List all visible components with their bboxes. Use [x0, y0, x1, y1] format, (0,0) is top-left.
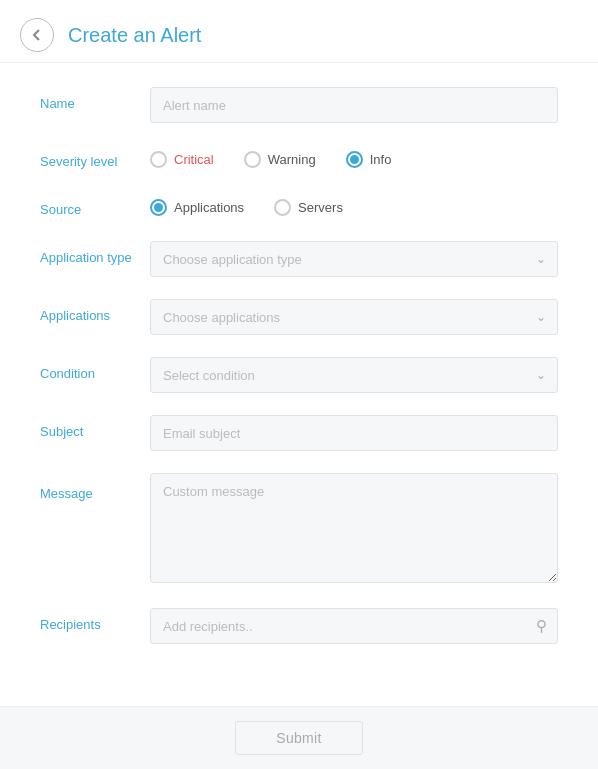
applications-radio-circle[interactable]: [150, 199, 167, 216]
message-label: Message: [40, 473, 150, 503]
page-header: Create an Alert: [0, 0, 598, 63]
app-type-row: Application type Choose application type…: [40, 241, 558, 277]
severity-critical[interactable]: Critical: [150, 151, 214, 168]
critical-label: Critical: [174, 152, 214, 167]
applications-row: Applications Choose applications ⌄: [40, 299, 558, 335]
source-control: Applications Servers: [150, 193, 558, 216]
warning-radio-circle[interactable]: [244, 151, 261, 168]
warning-label: Warning: [268, 152, 316, 167]
name-row: Name: [40, 87, 558, 123]
info-radio-circle[interactable]: [346, 151, 363, 168]
applications-source-label: Applications: [174, 200, 244, 215]
applications-label: Applications: [40, 299, 150, 325]
source-radio-group: Applications Servers: [150, 193, 558, 216]
recipients-label: Recipients: [40, 608, 150, 634]
source-label: Source: [40, 193, 150, 219]
severity-radio-group: Critical Warning Info: [150, 145, 558, 168]
subject-control: [150, 415, 558, 451]
app-type-select[interactable]: Choose application type: [150, 241, 558, 277]
message-row: Message: [40, 473, 558, 586]
condition-select-wrap: Select condition ⌄: [150, 357, 558, 393]
applications-control: Choose applications ⌄: [150, 299, 558, 335]
source-row: Source Applications Servers: [40, 193, 558, 219]
servers-source-label: Servers: [298, 200, 343, 215]
condition-select[interactable]: Select condition: [150, 357, 558, 393]
submit-row: Submit: [0, 706, 598, 769]
subject-label: Subject: [40, 415, 150, 441]
info-label: Info: [370, 152, 392, 167]
message-textarea[interactable]: [150, 473, 558, 583]
recipients-row: Recipients ⚲: [40, 608, 558, 644]
source-servers[interactable]: Servers: [274, 199, 343, 216]
applications-select-wrap: Choose applications ⌄: [150, 299, 558, 335]
severity-label: Severity level: [40, 145, 150, 171]
page-title: Create an Alert: [68, 24, 201, 47]
recipients-control: ⚲: [150, 608, 558, 644]
name-input[interactable]: [150, 87, 558, 123]
condition-label: Condition: [40, 357, 150, 383]
recipients-input[interactable]: [150, 608, 558, 644]
form-container: Name Severity level Critical Warning Inf…: [0, 63, 598, 696]
back-button[interactable]: [20, 18, 54, 52]
app-type-select-wrap: Choose application type ⌄: [150, 241, 558, 277]
subject-row: Subject: [40, 415, 558, 451]
condition-row: Condition Select condition ⌄: [40, 357, 558, 393]
app-type-label: Application type: [40, 241, 150, 267]
severity-row: Severity level Critical Warning Info: [40, 145, 558, 171]
severity-control: Critical Warning Info: [150, 145, 558, 168]
subject-input[interactable]: [150, 415, 558, 451]
source-applications[interactable]: Applications: [150, 199, 244, 216]
condition-control: Select condition ⌄: [150, 357, 558, 393]
servers-radio-circle[interactable]: [274, 199, 291, 216]
critical-radio-circle[interactable]: [150, 151, 167, 168]
applications-select[interactable]: Choose applications: [150, 299, 558, 335]
name-label: Name: [40, 87, 150, 113]
message-control: [150, 473, 558, 586]
severity-warning[interactable]: Warning: [244, 151, 316, 168]
app-type-control: Choose application type ⌄: [150, 241, 558, 277]
submit-button[interactable]: Submit: [235, 721, 362, 755]
name-control: [150, 87, 558, 123]
recipients-wrap: ⚲: [150, 608, 558, 644]
severity-info[interactable]: Info: [346, 151, 392, 168]
